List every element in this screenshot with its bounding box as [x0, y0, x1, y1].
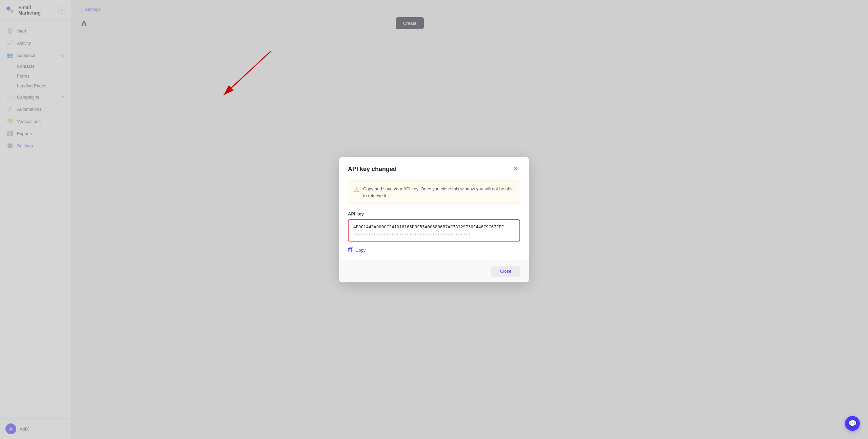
modal-title: API key changed — [348, 166, 397, 173]
warning-text: Copy and save your API key. Once you clo… — [363, 186, 434, 199]
warning-icon: ⚠ — [354, 186, 359, 193]
modal-body: ⚠ Copy and save your API key. Once you c… — [339, 179, 434, 220]
api-key-modal: API key changed ✕ ⚠ Copy and save your A… — [339, 157, 434, 220]
warning-box: ⚠ Copy and save your API key. Once you c… — [348, 181, 434, 204]
api-key-box: 4F9C144EA900CC241D18163DBF55A006806B7AE7… — [348, 219, 434, 220]
modal-header: API key changed ✕ — [339, 157, 434, 179]
api-key-label: API key — [348, 211, 434, 216]
